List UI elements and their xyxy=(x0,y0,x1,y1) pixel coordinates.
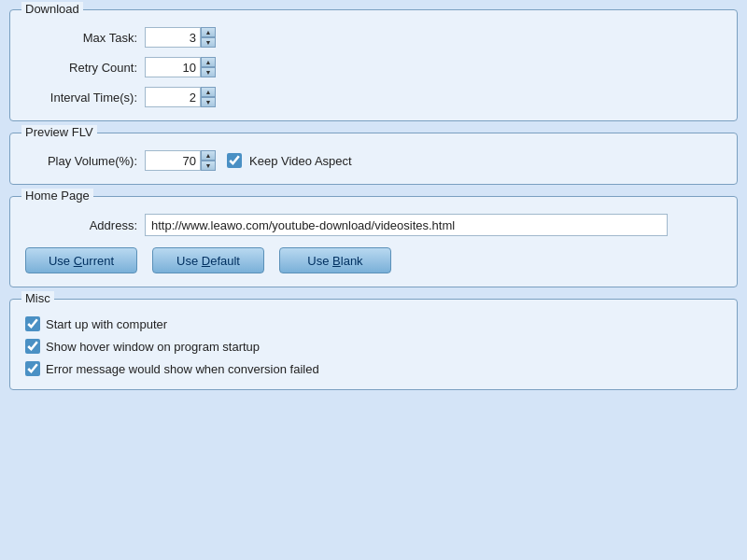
interval-time-spinner: ▲ ▼ xyxy=(145,87,216,107)
preview-flv-legend: Preview FLV xyxy=(21,125,97,139)
retry-count-input[interactable] xyxy=(145,57,201,77)
retry-count-label: Retry Count: xyxy=(25,61,137,75)
use-current-button[interactable]: Use Current xyxy=(25,247,137,273)
address-input[interactable] xyxy=(145,214,668,236)
max-task-input[interactable] xyxy=(145,27,201,48)
max-task-spinner-buttons: ▲ ▼ xyxy=(201,27,216,48)
play-volume-spinner-buttons: ▲ ▼ xyxy=(201,150,216,171)
play-volume-spinner: ▲ ▼ xyxy=(145,150,216,171)
keep-video-aspect-label: Keep Video Aspect xyxy=(249,154,352,168)
misc-label-0: Start up with computer xyxy=(46,317,167,331)
interval-time-input[interactable] xyxy=(145,87,201,107)
misc-group: Misc Start up with computer Show hover w… xyxy=(9,299,738,390)
misc-label-1: Show hover window on program startup xyxy=(46,340,260,354)
misc-label-2: Error message would show when conversion… xyxy=(46,362,319,376)
use-default-button[interactable]: Use Default xyxy=(152,247,264,273)
keep-video-aspect-checkbox[interactable] xyxy=(227,153,242,168)
interval-time-spinner-buttons: ▲ ▼ xyxy=(201,87,216,107)
play-volume-input[interactable] xyxy=(145,150,201,171)
use-current-underline: C xyxy=(74,254,82,268)
address-row: Address: xyxy=(25,214,722,236)
retry-count-spinner: ▲ ▼ xyxy=(145,57,216,77)
download-legend: Download xyxy=(21,2,83,16)
interval-time-up-button[interactable]: ▲ xyxy=(201,87,216,97)
home-page-group: Home Page Address: Use Current Use Defau… xyxy=(9,196,738,287)
interval-time-label: Interval Time(s): xyxy=(25,91,137,105)
misc-item-0: Start up with computer xyxy=(25,316,722,331)
misc-checkbox-2[interactable] xyxy=(25,361,40,376)
keep-video-aspect-container: Keep Video Aspect xyxy=(227,153,352,168)
max-task-spinner: ▲ ▼ xyxy=(145,27,216,48)
play-volume-row: Play Volume(%): ▲ ▼ Keep Video Aspect xyxy=(25,150,722,171)
download-group: Download Max Task: ▲ ▼ Retry Count: ▲ ▼ xyxy=(9,9,738,121)
home-page-legend: Home Page xyxy=(21,189,93,203)
use-blank-underline: B xyxy=(332,254,341,268)
main-container: Download Max Task: ▲ ▼ Retry Count: ▲ ▼ xyxy=(9,9,738,390)
misc-legend: Misc xyxy=(21,291,54,305)
max-task-up-button[interactable]: ▲ xyxy=(201,27,216,37)
max-task-down-button[interactable]: ▼ xyxy=(201,37,216,48)
interval-time-row: Interval Time(s): ▲ ▼ xyxy=(25,87,722,107)
use-blank-button[interactable]: Use Blank xyxy=(279,247,391,273)
use-default-underline: D xyxy=(202,254,210,268)
play-volume-label: Play Volume(%): xyxy=(25,154,137,168)
preview-flv-group: Preview FLV Play Volume(%): ▲ ▼ Keep Vid… xyxy=(9,133,738,185)
misc-checkbox-0[interactable] xyxy=(25,316,40,331)
retry-count-up-button[interactable]: ▲ xyxy=(201,57,216,67)
home-page-buttons: Use Current Use Default Use Blank xyxy=(25,247,722,273)
misc-item-1: Show hover window on program startup xyxy=(25,339,722,354)
misc-checkbox-1[interactable] xyxy=(25,339,40,354)
retry-count-row: Retry Count: ▲ ▼ xyxy=(25,57,722,77)
interval-time-down-button[interactable]: ▼ xyxy=(201,97,216,107)
retry-count-spinner-buttons: ▲ ▼ xyxy=(201,57,216,77)
max-task-row: Max Task: ▲ ▼ xyxy=(25,27,722,48)
misc-item-2: Error message would show when conversion… xyxy=(25,361,722,376)
address-label: Address: xyxy=(25,218,137,232)
max-task-label: Max Task: xyxy=(25,31,137,45)
play-volume-up-button[interactable]: ▲ xyxy=(201,150,216,161)
retry-count-down-button[interactable]: ▼ xyxy=(201,67,216,77)
play-volume-down-button[interactable]: ▼ xyxy=(201,161,216,171)
